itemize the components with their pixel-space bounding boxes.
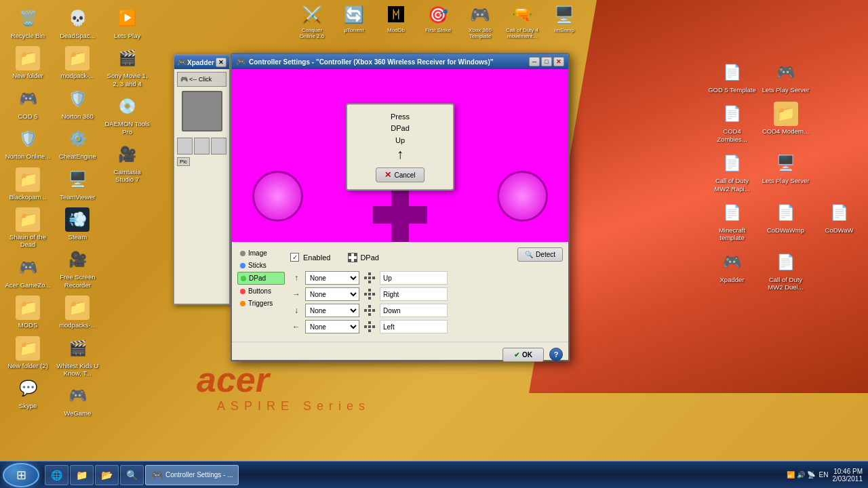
down-select[interactable]: None (305, 304, 359, 317)
nav-sticks-label: Sticks (248, 262, 267, 269)
icon-recyclebin[interactable]: 🗑️ Recycle Bin (3, 3, 52, 42)
icon-whitestkids[interactable]: 🎬 Whitest Kids U Know, T... (53, 333, 102, 380)
dialog-title-text: Controller Settings - "Controller (Xbox … (249, 58, 526, 66)
pinned-imsnmp[interactable]: 🖥️ ImSnmp (544, 1, 585, 41)
dialog-close-btn[interactable]: ✕ (553, 57, 564, 66)
icon-callofdutyduell[interactable]: 📄 Call of Duty MW2 Duel... (760, 247, 811, 294)
pinned-conqueronline[interactable]: ⚔️ Conquer Online 2.0 (292, 1, 332, 41)
taskbar-item-explorer2[interactable]: 📁 (70, 465, 94, 485)
dialog-buttons: ✔ OK ? (232, 342, 568, 367)
dialog-titlebar: 🎮 Controller Settings - "Controller (Xbo… (232, 54, 568, 69)
pinned-firststrike[interactable]: 🎯 First Strike (418, 1, 458, 41)
icon-letsplayserver[interactable]: 🎮 Lets Play Server (760, 58, 811, 96)
dialog-minimize-btn[interactable]: ─ (529, 57, 540, 66)
taskbar-item-controller[interactable]: 🎮 Controller Settings - ... (145, 465, 239, 485)
svg-rect-11 (364, 293, 367, 296)
xpadder-pic-btn[interactable]: Pic (177, 157, 190, 166)
icon-skype[interactable]: 💬 Skype (3, 373, 52, 412)
icon-blackopam[interactable]: 📁 Blackopam... (3, 165, 52, 203)
settings-panel: Image Sticks DPad Buttons Triggers (232, 242, 568, 342)
nav-sticks[interactable]: Sticks (237, 260, 285, 271)
fsr-icon: 🎥 (65, 247, 90, 272)
dialog-title-icon: 🎮 (236, 57, 246, 66)
taskbar-item-explorer4[interactable]: 🔍 (120, 465, 144, 485)
icon-daemon[interactable]: 💿 DAEMON Tools Pro (103, 92, 152, 138)
xpadder-slot-2[interactable] (194, 138, 210, 155)
up-arrow-icon: ↑ (290, 272, 302, 284)
nav-image[interactable]: Image (237, 247, 285, 259)
taskbar-item-explorer3[interactable]: 📂 (95, 465, 119, 485)
pinned-utorrent[interactable]: 🔄 μTorrent (334, 1, 374, 41)
letsplay-icon: ▶️ (115, 6, 140, 30)
icon-minecraft[interactable]: 📄 Minecraft template (707, 198, 757, 245)
icon-codwaw[interactable]: 📄 CoDWaW (814, 198, 865, 245)
steam-icon: 💨 (65, 207, 90, 232)
icon-letsplay2[interactable]: 🖥️ Lets Play Server (760, 148, 811, 195)
nav-triggers-label: Triggers (248, 300, 273, 307)
xpadder-slot-1[interactable] (177, 138, 193, 155)
pinned-callofduty[interactable]: 🔫 Call of Duty 4 movement... (502, 1, 542, 41)
icon-mods[interactable]: 📁 MODS (3, 293, 52, 331)
codwawmp-label: CoDWaWmp (767, 226, 804, 234)
icon-letsplay[interactable]: ▶️ Lets Play (103, 3, 152, 42)
icon-cod4modern[interactable]: 📁 COD4 Modern... (760, 99, 811, 146)
camtasia-icon: 🎥 (115, 142, 140, 167)
pinned-moddb[interactable]: 🅼 ModDb (376, 1, 416, 41)
moddb-icon: 🅼 (384, 3, 408, 27)
nav-dpad[interactable]: DPad (237, 272, 285, 285)
icon-shaundead[interactable]: 📁 Shaun of the Dead (3, 205, 52, 251)
icon-newfolder2[interactable]: 📁 New folder (2) (3, 333, 52, 372)
up-select[interactable]: None (305, 271, 359, 285)
start-button[interactable]: ⊞ (3, 463, 39, 487)
xpadder-slot-3[interactable] (211, 138, 226, 155)
icon-fsr[interactable]: 🎥 Free Screen Recorder (53, 245, 102, 291)
icon-newfolder[interactable]: 📁 New folder (3, 43, 52, 82)
ok-button[interactable]: ✔ OK (502, 348, 544, 362)
icon-acer[interactable]: 🎮 Acer GameZo... (3, 253, 52, 291)
callofdutyrap-label: Call of Duty MW2 Rapi... (708, 177, 756, 192)
right-joystick (497, 171, 548, 222)
dialog-maximize-btn[interactable]: □ (541, 57, 552, 66)
cod4modern-icon: 📁 (774, 102, 798, 126)
nav-buttons[interactable]: Buttons (237, 285, 285, 297)
skype-icon: 💬 (16, 376, 40, 401)
taskbar-items: 🌐 📁 📂 🔍 🎮 Controller Settings - ... (42, 465, 781, 485)
desktop-icons-right: 📄 GOD 5 Template 🎮 Lets Play Server 📄 CO… (707, 58, 865, 296)
pinned-xbox360[interactable]: 🎮 Xbox 360 Template (460, 1, 500, 41)
nav-triggers[interactable]: Triggers (237, 298, 285, 309)
xpadder-close-btn[interactable]: ✕ (216, 58, 226, 67)
icon-modpack[interactable]: 📁 modpack-... (53, 43, 102, 82)
icon-norton360[interactable]: 🛡️ Norton 360 (53, 84, 102, 123)
icon-modpacks[interactable]: 📁 modpacks-... (53, 293, 102, 331)
icon-cod5[interactable]: 🎮 COD 5 (3, 84, 52, 123)
minecraft-icon: 📄 (720, 201, 745, 225)
icon-codwawmp[interactable]: 📄 CoDWaWmp (760, 198, 811, 245)
xpadder-nav[interactable]: 🎮 <-- Click (177, 72, 226, 87)
xpadder-slot-main[interactable] (182, 91, 222, 131)
right-select[interactable]: None (305, 287, 359, 301)
icon-cheatengine[interactable]: ⚙️ CheatEngine (53, 124, 102, 163)
icon-deadspace[interactable]: 💀 DeadSpac... (53, 3, 102, 42)
help-button[interactable]: ? (549, 348, 563, 361)
cod4modern-label: COD4 Modern... (762, 127, 809, 135)
icon-cod4zombies[interactable]: 📄 COD4 Zombies... (707, 99, 757, 146)
icon-callofdutyrap[interactable]: 📄 Call of Duty MW2 Rapi... (707, 148, 757, 195)
icon-teamviewer[interactable]: 🖥️ TeamViewer (53, 165, 102, 203)
left-select[interactable]: None (305, 320, 359, 333)
icon-camtasia[interactable]: 🎥 Camtasia Studio 7 (103, 140, 152, 186)
shaundead-icon: 📁 (16, 207, 40, 232)
icon-norton[interactable]: 🛡️ Norton Online... (3, 124, 52, 163)
icon-steam[interactable]: 💨 Steam (53, 205, 102, 243)
enabled-checkbox[interactable]: ✓ (290, 253, 299, 262)
imsnmp-label: ImSnmp (554, 27, 574, 33)
right-value: Right (380, 287, 448, 301)
taskbar-explorer3-icon: 📂 (101, 470, 113, 481)
direction-row-up: ↑ None Up (290, 271, 563, 285)
icon-sonymovie[interactable]: 🎬 Sony Movie 1, 2, 3 and 4 (103, 43, 152, 90)
taskbar-item-explorer1[interactable]: 🌐 (45, 465, 68, 485)
icon-wegame[interactable]: 🎮 WeGame (53, 381, 102, 420)
icon-cod5template[interactable]: 📄 GOD 5 Template (707, 58, 757, 96)
icon-xpadder-desktop[interactable]: 🎮 Xpadder (707, 247, 757, 294)
press-cancel-button[interactable]: ✕ Cancel (376, 167, 424, 182)
detect-button[interactable]: 🔍 Detect (517, 247, 563, 262)
